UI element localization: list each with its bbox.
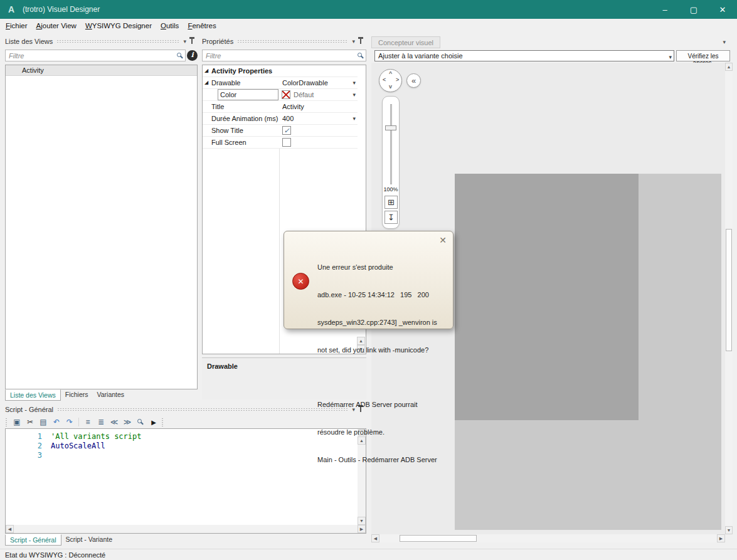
panel-grip[interactable] bbox=[56, 40, 179, 43]
line-number: 1 bbox=[6, 432, 42, 441]
views-panel-header: Liste des Views ▾ bbox=[5, 36, 198, 46]
toolbar-grip[interactable] bbox=[5, 418, 8, 426]
property-value[interactable]: ColorDrawable bbox=[282, 79, 347, 87]
indent-icon[interactable]: ≫ bbox=[122, 417, 133, 428]
property-row-color[interactable]: Color Défaut ▾ bbox=[203, 89, 358, 101]
tab-script-variante[interactable]: Script - Variante bbox=[61, 534, 117, 546]
search-glyph bbox=[137, 419, 142, 423]
property-value[interactable]: 400 bbox=[282, 115, 347, 122]
property-value[interactable]: Activity bbox=[282, 103, 347, 110]
menu-item-outils[interactable]: Outils bbox=[156, 20, 183, 31]
views-filter-input[interactable] bbox=[5, 50, 186, 61]
redo-icon[interactable]: ↷ bbox=[64, 417, 75, 428]
scroll-down-button[interactable]: ▼ bbox=[725, 526, 733, 534]
chevron-down-icon[interactable]: ▾ bbox=[352, 38, 355, 45]
chevron-down-icon[interactable]: ▾ bbox=[183, 38, 186, 45]
menu-item-fenetres[interactable]: Fenêtres bbox=[183, 20, 220, 31]
designer-horizontal-scrollbar[interactable]: ◀ ▶ bbox=[371, 534, 725, 542]
property-label: Full Screen bbox=[211, 139, 247, 146]
property-row-duration[interactable]: Durée Animation (ms) 400 ▾ bbox=[203, 113, 358, 125]
copy-icon[interactable]: ▤ bbox=[38, 417, 49, 428]
zoom-slider-thumb[interactable] bbox=[385, 125, 396, 130]
zoom-toolbox: 100% ⊞ ↧ bbox=[382, 96, 400, 229]
variant-selector-dropdown[interactable]: Ajuster à la variante choisie ▾ bbox=[374, 50, 674, 61]
pan-left-icon[interactable]: < bbox=[383, 77, 386, 83]
tab-concepteur-visuel[interactable]: Concepteur visuel bbox=[371, 36, 440, 48]
code-line[interactable]: 1 'All variants script bbox=[6, 432, 366, 441]
comment-icon[interactable]: ≡ bbox=[82, 417, 93, 428]
checkbox-unchecked[interactable] bbox=[282, 138, 291, 147]
outdent-icon[interactable]: ≪ bbox=[109, 417, 120, 428]
info-icon[interactable]: i bbox=[187, 50, 198, 61]
verify-anchors-button[interactable]: Vérifiez les ancres. bbox=[676, 50, 730, 61]
panel-grip[interactable] bbox=[57, 408, 348, 411]
left-arrow-icon: ◀ bbox=[374, 536, 377, 541]
properties-filter-input[interactable] bbox=[202, 50, 366, 61]
error-popup: ✕ ✕ Une erreur s'est produite adb.exe - … bbox=[284, 231, 453, 329]
pin-icon[interactable] bbox=[191, 39, 193, 44]
property-value[interactable]: Défaut bbox=[294, 91, 347, 98]
expander-icon[interactable]: ◢ bbox=[204, 80, 208, 85]
screenshot-icon: ↧ bbox=[388, 213, 395, 222]
no-color-swatch-icon[interactable] bbox=[282, 90, 290, 99]
maximize-button[interactable]: ▢ bbox=[679, 0, 708, 19]
error-line: Redémarrer ADB Server pourrait bbox=[317, 400, 449, 409]
property-group-header[interactable]: ◢ Activity Properties bbox=[203, 65, 358, 77]
uncomment-icon[interactable]: ≣ bbox=[95, 417, 107, 428]
tab-script-general[interactable]: Script - Général bbox=[5, 534, 61, 546]
search-icon[interactable] bbox=[135, 417, 146, 428]
cut-icon[interactable]: ✂ bbox=[24, 417, 36, 428]
pan-up-icon[interactable]: ^ bbox=[389, 70, 392, 77]
menu-item-fichier[interactable]: Fichier bbox=[1, 20, 32, 31]
scroll-left-button[interactable]: ◀ bbox=[371, 534, 379, 542]
list-item-activity[interactable]: Activity bbox=[6, 65, 197, 76]
pan-right-icon[interactable]: > bbox=[396, 77, 399, 83]
panel-grip[interactable] bbox=[237, 40, 348, 43]
property-row-drawable[interactable]: ◢ Drawable ColorDrawable ▾ bbox=[203, 77, 358, 89]
editor-horizontal-scrollbar[interactable]: ◀ ▶ bbox=[6, 525, 366, 533]
pin-icon[interactable] bbox=[360, 39, 361, 44]
scrollbar-thumb[interactable] bbox=[726, 229, 732, 351]
chevron-down-icon[interactable]: ▾ bbox=[353, 80, 356, 86]
tab-liste-des-views[interactable]: Liste des Views bbox=[5, 389, 61, 401]
run-script-icon[interactable]: ▶ bbox=[148, 417, 159, 428]
close-button[interactable]: ✕ bbox=[708, 0, 737, 19]
show-dialog-icon[interactable]: ▣ bbox=[11, 417, 23, 428]
pan-down-icon[interactable]: v bbox=[389, 83, 392, 90]
close-icon[interactable]: ✕ bbox=[439, 235, 447, 245]
chevron-down-icon[interactable]: ▾ bbox=[353, 92, 356, 98]
property-row-title[interactable]: Title Activity bbox=[203, 101, 358, 113]
grid-toggle-button[interactable]: ⊞ bbox=[384, 196, 398, 209]
property-row-show-title[interactable]: Show Title ✓ bbox=[203, 125, 358, 137]
chevron-down-icon: ▾ bbox=[669, 54, 672, 60]
chevron-down-icon[interactable]: ▾ bbox=[353, 115, 356, 122]
minimize-button[interactable]: – bbox=[650, 0, 679, 19]
checkbox-checked[interactable]: ✓ bbox=[282, 126, 291, 135]
zoom-slider-track[interactable] bbox=[390, 104, 392, 184]
pan-dpad[interactable]: ^ v < > bbox=[379, 69, 402, 92]
scrollbar-thumb[interactable] bbox=[400, 535, 477, 542]
designer-vertical-scrollbar[interactable]: ▲ ▼ bbox=[725, 63, 733, 534]
menu-item-ajouter-view[interactable]: Ajouter View bbox=[32, 20, 81, 31]
code-line[interactable]: 3 bbox=[6, 451, 366, 460]
tab-fichiers[interactable]: Fichiers bbox=[61, 389, 93, 401]
expander-icon[interactable]: ◢ bbox=[204, 68, 208, 73]
script-editor[interactable]: 1 'All variants script 2 AutoScaleAll 3 … bbox=[5, 428, 366, 534]
scroll-left-button[interactable]: ◀ bbox=[6, 525, 14, 533]
code-line[interactable]: 2 AutoScaleAll bbox=[6, 441, 366, 451]
scroll-right-button[interactable]: ▶ bbox=[358, 525, 366, 533]
undo-icon[interactable]: ↶ bbox=[51, 417, 62, 428]
scroll-down-button[interactable]: ▼ bbox=[358, 517, 366, 525]
tab-variantes[interactable]: Variantes bbox=[93, 389, 129, 401]
scroll-up-button[interactable]: ▲ bbox=[725, 63, 733, 71]
collapse-toolbox-button[interactable]: « bbox=[406, 73, 421, 88]
activity-preview-surface[interactable] bbox=[455, 174, 639, 420]
panel-menu-chevron-icon[interactable]: ▾ bbox=[723, 39, 726, 45]
menu-item-wysiwyg-designer[interactable]: WYSIWYG Designer bbox=[81, 20, 156, 31]
down-arrow-icon: ▼ bbox=[727, 528, 731, 532]
script-panel-title: Script - Général bbox=[5, 406, 53, 413]
property-row-full-screen[interactable]: Full Screen bbox=[203, 137, 358, 149]
scroll-right-button[interactable]: ▶ bbox=[717, 534, 725, 542]
toolbar-overflow-grip[interactable] bbox=[161, 418, 164, 426]
screenshot-button[interactable]: ↧ bbox=[384, 211, 398, 224]
